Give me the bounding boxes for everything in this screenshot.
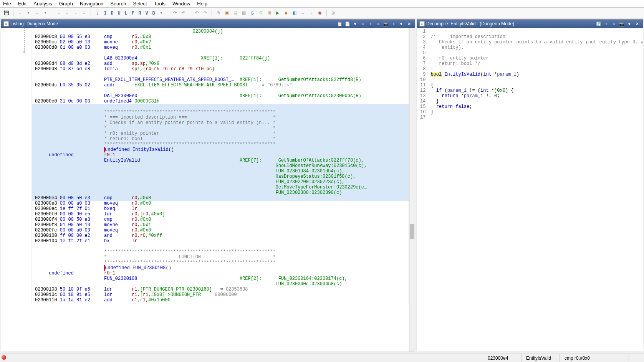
menu-file[interactable]: File bbox=[3, 1, 11, 7]
dec-close-button[interactable]: ✕ bbox=[634, 21, 641, 27]
decompile-body[interactable]: 1234567891011121314151617 /* === importe… bbox=[417, 28, 643, 352]
listing-header: ≡ Listing: Dungeon Mode 📋 📄 ▾ ▫ ▫ ▫ 📷 ▫ … bbox=[1, 20, 415, 28]
tool-f-icon[interactable]: ▤ bbox=[232, 10, 239, 17]
tool-n-icon[interactable]: ▫ bbox=[308, 10, 315, 17]
goto-button[interactable]: ↓ bbox=[94, 10, 101, 17]
type-b-button[interactable]: B bbox=[151, 10, 156, 17]
nav-back-dropdown[interactable]: ▼ bbox=[25, 10, 32, 17]
marker-button[interactable]: ✎ bbox=[215, 10, 222, 17]
dec-snapshot-button[interactable]: 📷 bbox=[618, 21, 625, 27]
tool-h-icon[interactable]: G bbox=[249, 10, 256, 17]
tool-p-icon[interactable]: ◎ bbox=[330, 10, 337, 17]
undo-button[interactable]: ↶ bbox=[193, 10, 200, 17]
nav-forward-dropdown[interactable]: ▼ bbox=[42, 10, 49, 17]
refresh-button[interactable]: 🔄 bbox=[595, 21, 602, 27]
listing-title: Listing: bbox=[10, 21, 25, 26]
dec-dropdown[interactable]: ▾ bbox=[626, 21, 633, 27]
type-l-button[interactable]: L bbox=[123, 10, 129, 17]
menu-analysis[interactable]: Analysis bbox=[33, 1, 52, 7]
listing-scrollbar[interactable] bbox=[409, 28, 415, 352]
listing-gutter: └→ bbox=[1, 28, 32, 304]
listing-panel: ≡ Listing: Dungeon Mode 📋 📄 ▾ ▫ ▫ ▫ 📷 ▫ … bbox=[1, 19, 415, 352]
save-button[interactable]: 💾 bbox=[3, 10, 10, 17]
decompile-panel: C Decompile: EntityIsValid - (Dungeon Mo… bbox=[417, 19, 643, 352]
main-area: ≡ Listing: Dungeon Mode 📋 📄 ▾ ▫ ▫ ▫ 📷 ▫ … bbox=[0, 18, 644, 353]
tool-i-icon[interactable]: ⊕ bbox=[257, 10, 264, 17]
dec-btn-1[interactable]: ▫ bbox=[603, 21, 610, 27]
step-out-button[interactable]: ↶ bbox=[180, 10, 187, 17]
dec-btn-2[interactable]: ▫ bbox=[611, 21, 618, 27]
tool-b-icon[interactable]: ▫ bbox=[64, 10, 71, 17]
listing-subtitle: Dungeon Mode bbox=[26, 21, 58, 26]
type-r-button[interactable]: R bbox=[137, 10, 142, 17]
tool-m-icon[interactable]: ▫ bbox=[300, 10, 306, 17]
menu-tools[interactable]: Tools bbox=[154, 1, 166, 7]
menu-help[interactable]: Help bbox=[197, 1, 207, 7]
tool-k-icon[interactable]: ■ bbox=[283, 10, 290, 17]
toolbar: 💾 ← ▼ → ▼ ▫ ▫ ▫ ▫ ↓ I D U L F R V B ▼ ↷ … bbox=[0, 8, 644, 18]
menu-graph[interactable]: Graph bbox=[59, 1, 73, 7]
decompile-title: Decompile: EntityIsValid - (Dungeon Mode… bbox=[426, 21, 514, 26]
run-button[interactable]: ▶ bbox=[274, 10, 281, 17]
tool-g-icon[interactable]: ▥ bbox=[240, 10, 247, 17]
hdr-btn-4[interactable]: ▫ bbox=[375, 21, 382, 27]
redo-button[interactable]: ↷ bbox=[202, 10, 209, 17]
copy-button[interactable]: 📋 bbox=[336, 21, 343, 27]
tool-a-icon[interactable]: ▫ bbox=[55, 10, 62, 17]
nav-back-button[interactable]: ← bbox=[17, 10, 23, 17]
listing-body[interactable]: └→ 02300084(j)023000c8 00 00 55 e3 cmp r… bbox=[1, 28, 415, 352]
tool-d-icon[interactable]: ▫ bbox=[81, 10, 88, 17]
type-d-button[interactable]: D bbox=[109, 10, 115, 17]
type-dropdown[interactable]: ▼ bbox=[158, 10, 165, 17]
hdr-dropdown[interactable]: ▾ bbox=[398, 21, 405, 27]
type-v-button[interactable]: V bbox=[144, 10, 149, 17]
tool-l-icon[interactable]: ◧ bbox=[291, 10, 298, 17]
hdr-btn-3[interactable]: ▫ bbox=[367, 21, 374, 27]
tool-c-icon[interactable]: ▫ bbox=[72, 10, 79, 17]
tool-o-icon[interactable]: ◉ bbox=[316, 10, 323, 17]
menu-select[interactable]: Select bbox=[133, 1, 147, 7]
type-u-button[interactable]: U bbox=[116, 10, 122, 17]
decompile-line-numbers: 1234567891011121314151617 bbox=[417, 28, 428, 352]
close-panel-button[interactable]: ✕ bbox=[406, 21, 412, 27]
type-f-button[interactable]: F bbox=[130, 10, 136, 17]
decompile-header: C Decompile: EntityIsValid - (Dungeon Mo… bbox=[417, 20, 643, 28]
hdr-btn-1[interactable]: ▾ bbox=[352, 21, 359, 27]
nav-forward-button[interactable]: → bbox=[33, 10, 40, 17]
menu-edit[interactable]: Edit bbox=[18, 1, 26, 7]
type-i-button[interactable]: I bbox=[103, 10, 108, 17]
menu-window[interactable]: Window bbox=[172, 1, 190, 7]
decompile-code[interactable]: /* === imported description === Checks i… bbox=[428, 28, 643, 352]
paste-button[interactable]: 📄 bbox=[344, 21, 351, 27]
decompile-icon: C bbox=[419, 21, 425, 26]
tool-j-icon[interactable]: ⊞ bbox=[266, 10, 273, 17]
hdr-btn-2[interactable]: ▫ bbox=[359, 21, 366, 27]
tool-e-icon[interactable]: ▣ bbox=[223, 10, 230, 17]
step-in-button[interactable]: ↷ bbox=[171, 10, 178, 17]
menubar: File Edit Analysis Graph Navigation Sear… bbox=[0, 0, 644, 8]
listing-content[interactable]: 02300084(j)023000c8 00 00 55 e3 cmp r5,#… bbox=[32, 28, 409, 304]
menu-search[interactable]: Search bbox=[110, 1, 126, 7]
hdr-btn-5[interactable]: ▫ bbox=[390, 21, 397, 27]
snapshot-button[interactable]: 📷 bbox=[382, 21, 389, 27]
listing-icon: ≡ bbox=[3, 21, 9, 26]
menu-navigation[interactable]: Navigation bbox=[80, 1, 103, 7]
